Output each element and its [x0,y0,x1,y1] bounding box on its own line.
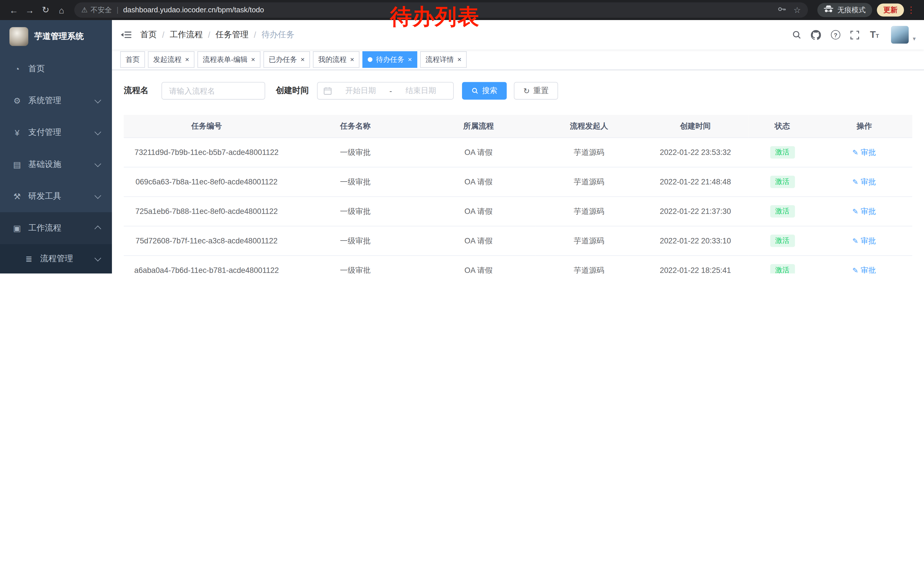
cell-initiator: 芋道源码 [536,226,642,256]
tab-my-process[interactable]: 我的流程 × [313,51,360,68]
cell-task-id: 75d72608-7b7f-11ec-a3c8-acde48001122 [124,226,289,256]
cell-task-name: 一级审批 [290,226,422,256]
page-content: 流程名 创建时间 开始日期 - 结束日期 [112,70,924,273]
cell-task-id: a6aba0a4-7b6d-11ec-b781-acde48001122 [124,255,289,273]
cell-initiator: 芋道源码 [536,197,642,226]
approve-link[interactable]: ✎ 审批 [852,147,876,158]
cell-initiator: 芋道源码 [536,167,642,197]
fullscreen-icon[interactable] [847,27,863,43]
sidebar: 芋道管理系统 ◔ 首页 ⚙ 系统管理 ¥ 支付管理 ▤ 基础设施 ⚒ 研发工具 … [0,20,112,273]
forward-icon[interactable]: → [22,2,38,18]
incognito-label: 无痕模式 [837,5,866,15]
tab-close-icon[interactable]: × [408,56,412,63]
process-name-label: 流程名 [124,86,148,96]
calendar-icon [324,87,332,95]
sidebar-item-process-management[interactable]: ≣ 流程管理 [0,244,112,273]
table-row: a6aba0a4-7b6d-11ec-b781-acde48001122 一级审… [124,255,912,273]
reload-icon[interactable]: ↻ [38,2,54,18]
cell-created: 2022-01-22 23:53:32 [642,138,748,167]
tab-home[interactable]: 首页 [120,51,145,68]
column-header: 任务名称 [290,115,422,137]
tab-close-icon[interactable]: × [458,56,461,63]
sidebar-item-workflow[interactable]: ▣ 工作流程 [0,212,112,244]
tab-done-tasks[interactable]: 已办任务 × [263,51,310,68]
cell-process: OA 请假 [422,255,536,273]
table-row: 75d72608-7b7f-11ec-a3c8-acde48001122 一级审… [124,226,912,256]
search-icon[interactable] [789,27,805,43]
avatar-caret-icon[interactable]: ▾ [913,36,916,42]
chevron-down-icon [94,192,101,199]
url-separator: | [117,6,118,14]
cell-task-name: 一级审批 [290,255,422,273]
chevron-down-icon [94,97,101,104]
main-area: 首页 / 工作流程 / 任务管理 / 待办任务 ? TT [112,20,924,273]
breadcrumb-item[interactable]: 任务管理 [216,30,249,40]
sidebar-item-dev-tools[interactable]: ⚒ 研发工具 [0,180,112,212]
sidebar-item-home[interactable]: ◔ 首页 [0,53,112,85]
process-name-input[interactable] [162,82,265,100]
start-date-placeholder[interactable]: 开始日期 [334,86,387,96]
cell-process: OA 请假 [422,197,536,226]
breadcrumb-item[interactable]: 待办任务 [261,30,294,40]
cell-task-id: 725a1eb6-7b88-11ec-8ef0-acde48001122 [124,197,289,226]
help-icon[interactable]: ? [828,27,843,43]
home-icon[interactable]: ⌂ [54,2,69,18]
sidebar-item-payment[interactable]: ¥ 支付管理 [0,117,112,149]
task-table: 任务编号任务名称所属流程流程发起人创建时间状态操作 73211d9d-7b9b-… [124,115,912,273]
cell-task-id: 069c6a63-7b8a-11ec-8ef0-acde48001122 [124,167,289,197]
back-icon[interactable]: ← [6,2,22,18]
breadcrumb-item[interactable]: 工作流程 [170,30,202,40]
sidebar-item-system[interactable]: ⚙ 系统管理 [0,85,112,117]
sidebar-menu: ◔ 首页 ⚙ 系统管理 ¥ 支付管理 ▤ 基础设施 ⚒ 研发工具 ▣ 工作流程 … [0,53,112,273]
status-badge: 激活 [770,146,795,159]
approve-link[interactable]: ✎ 审批 [852,265,876,273]
workflow-icon: ▣ [12,224,22,233]
column-header: 创建时间 [642,115,748,137]
tab-process-form-edit[interactable]: 流程表单-编辑 × [198,51,261,68]
chevron-down-icon [94,129,101,135]
breadcrumb-item[interactable]: 首页 [140,30,157,40]
reset-button[interactable]: ↻ 重置 [514,82,558,100]
date-range-picker[interactable]: 开始日期 - 结束日期 [317,82,454,100]
column-header: 任务编号 [124,115,289,137]
browser-menu-icon[interactable]: ⋮ [904,5,918,15]
tools-icon: ⚒ [12,192,22,201]
filter-bar: 流程名 创建时间 开始日期 - 结束日期 [124,82,912,100]
cell-process: OA 请假 [422,138,536,167]
github-icon[interactable] [808,27,824,43]
key-icon[interactable] [777,5,786,15]
edit-icon: ✎ [852,148,858,157]
bookmark-star-icon[interactable]: ☆ [794,6,801,15]
tabs-bar: 首页 发起流程 × 流程表单-编辑 × 已办任务 × 我的流程 × 待办任务 ×… [112,50,924,70]
search-button[interactable]: 搜索 [462,82,507,100]
column-header: 所属流程 [422,115,536,137]
approve-link[interactable]: ✎ 审批 [852,177,876,187]
tab-close-icon[interactable]: × [300,56,304,63]
update-button[interactable]: 更新 [877,3,904,17]
search-icon [471,87,478,95]
tab-close-icon[interactable]: × [350,56,354,63]
sidebar-item-infrastructure[interactable]: ▤ 基础设施 [0,149,112,180]
approve-link[interactable]: ✎ 审批 [852,236,876,246]
font-size-icon[interactable]: TT [867,27,882,43]
range-separator: - [389,87,392,95]
app-frame: 芋道管理系统 ◔ 首页 ⚙ 系统管理 ¥ 支付管理 ▤ 基础设施 ⚒ 研发工具 … [0,20,924,273]
cell-task-name: 一级审批 [290,197,422,226]
edit-icon: ✎ [852,266,858,273]
tab-close-icon[interactable]: × [185,56,189,63]
warning-icon: ⚠ [81,6,88,14]
avatar[interactable] [891,26,909,44]
tab-todo-tasks[interactable]: 待办任务 × [362,51,417,68]
url-text: dashboard.yudao.iocoder.cn/bpm/task/todo [123,6,264,14]
incognito-icon [824,6,833,15]
breadcrumb-separator: / [162,30,164,39]
tab-initiate-process[interactable]: 发起流程 × [148,51,195,68]
end-date-placeholder[interactable]: 结束日期 [394,86,447,96]
gear-icon: ⚙ [12,96,22,106]
tab-process-detail[interactable]: 流程详情 × [420,51,467,68]
tab-close-icon[interactable]: × [251,56,255,63]
column-header: 流程发起人 [536,115,642,137]
sidebar-toggle-icon[interactable] [112,31,140,39]
dashboard-icon: ◔ [12,64,22,74]
approve-link[interactable]: ✎ 审批 [852,206,876,217]
